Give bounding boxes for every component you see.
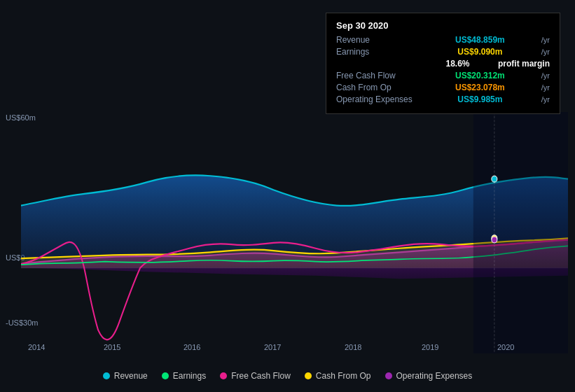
- tooltip-fcf-label: Free Cash Flow: [336, 71, 420, 80]
- x-label-2015: 2015: [104, 343, 120, 351]
- chart-svg: [21, 112, 568, 354]
- legend-label-revenue: Revenue: [114, 371, 148, 381]
- legend: Revenue Earnings Free Cash Flow Cash Fro…: [0, 371, 575, 381]
- x-label-2017: 2017: [264, 343, 281, 351]
- tooltip-opex-value: US$9.985m: [457, 94, 502, 104]
- legend-dot-earnings: [162, 372, 169, 379]
- legend-label-earnings: Earnings: [173, 371, 206, 381]
- legend-label-cfo: Cash From Op: [316, 371, 371, 381]
- x-label-2020: 2020: [497, 343, 514, 351]
- tooltip-margin-row: 18.6% profit margin: [336, 59, 550, 69]
- tooltip-cfo-label: Cash From Op: [336, 83, 420, 92]
- legend-label-opex: Operating Expenses: [396, 371, 473, 381]
- tooltip-earnings-label: Earnings: [336, 47, 420, 57]
- legend-dot-revenue: [103, 372, 110, 379]
- tooltip-fcf-value: US$20.312m: [455, 71, 505, 80]
- tooltip-cfo-value: US$23.078m: [455, 83, 505, 92]
- legend-dot-fcf: [220, 372, 227, 379]
- tooltip-revenue-value: US$48.859m: [455, 35, 505, 45]
- tooltip-earnings-row: Earnings US$9.090m /yr: [336, 47, 550, 57]
- legend-item-fcf[interactable]: Free Cash Flow: [220, 371, 291, 381]
- tooltip-revenue-label: Revenue: [336, 35, 420, 45]
- legend-item-cfo[interactable]: Cash From Op: [305, 371, 371, 381]
- chart-area: [21, 112, 568, 354]
- tooltip-opex-row: Operating Expenses US$9.985m /yr: [336, 94, 550, 104]
- tooltip-fcf-row: Free Cash Flow US$20.312m /yr: [336, 71, 550, 80]
- legend-item-revenue[interactable]: Revenue: [103, 371, 148, 381]
- svg-rect-2: [473, 112, 568, 354]
- legend-item-earnings[interactable]: Earnings: [162, 371, 206, 381]
- tooltip-box: Sep 30 2020 Revenue US$48.859m /yr Earni…: [326, 13, 560, 114]
- tooltip-cfo-unit: /yr: [541, 83, 550, 92]
- svg-point-3: [492, 176, 497, 182]
- tooltip-margin-value: 18.6%: [445, 59, 469, 69]
- legend-item-opex[interactable]: Operating Expenses: [385, 371, 473, 381]
- tooltip-opex-unit: /yr: [541, 95, 550, 104]
- tooltip-fcf-unit: /yr: [541, 71, 550, 80]
- tooltip-earnings-unit: /yr: [541, 48, 550, 56]
- x-label-2018: 2018: [345, 343, 361, 351]
- tooltip-date: Sep 30 2020: [336, 20, 550, 31]
- svg-point-5: [492, 237, 497, 243]
- tooltip-earnings-value: US$9.090m: [457, 47, 502, 57]
- tooltip-margin-text: profit margin: [498, 59, 550, 69]
- legend-label-fcf: Free Cash Flow: [231, 371, 291, 381]
- chart-container: Sep 30 2020 Revenue US$48.859m /yr Earni…: [0, 0, 575, 392]
- x-label-2019: 2019: [422, 343, 438, 351]
- legend-dot-opex: [385, 372, 392, 379]
- tooltip-cfo-row: Cash From Op US$23.078m /yr: [336, 83, 550, 92]
- tooltip-opex-label: Operating Expenses: [336, 94, 420, 104]
- legend-dot-cfo: [305, 372, 312, 379]
- tooltip-revenue-row: Revenue US$48.859m /yr: [336, 35, 550, 45]
- x-label-2014: 2014: [28, 343, 45, 351]
- tooltip-revenue-unit: /yr: [541, 36, 550, 44]
- x-label-2016: 2016: [183, 343, 200, 351]
